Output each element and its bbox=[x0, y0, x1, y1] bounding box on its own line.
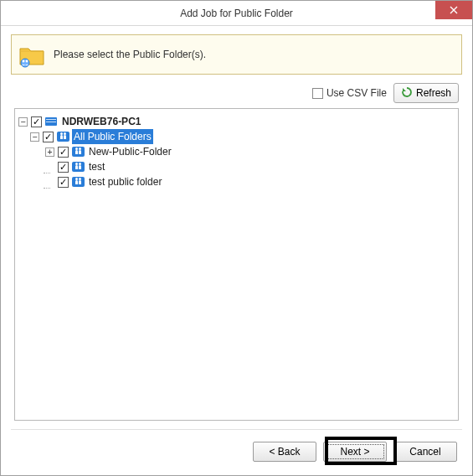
people-icon bbox=[71, 161, 85, 173]
dialog-window: Add Job for Public Folder Please select … bbox=[0, 0, 473, 476]
titlebar: Add Job for Public Folder bbox=[1, 1, 472, 26]
checkbox[interactable] bbox=[31, 116, 42, 127]
dialog-content: Please select the Public Folder(s). Use … bbox=[1, 26, 472, 429]
expand-icon[interactable]: + bbox=[45, 147, 54, 157]
wizard-buttons: < Back Next > Cancel bbox=[1, 430, 472, 475]
refresh-button[interactable]: Refresh bbox=[393, 83, 459, 103]
svg-point-1 bbox=[23, 60, 25, 63]
next-button[interactable]: Next > bbox=[323, 442, 387, 462]
tree-node-child[interactable]: test public folder bbox=[18, 174, 455, 189]
people-icon bbox=[71, 176, 85, 188]
people-icon bbox=[56, 131, 69, 142]
tree-node-child[interactable]: + New-Public-Folder bbox=[18, 144, 455, 159]
server-icon bbox=[44, 116, 58, 127]
checkbox[interactable] bbox=[58, 162, 69, 173]
checkbox[interactable] bbox=[58, 147, 69, 158]
people-icon bbox=[71, 146, 85, 158]
tree-connector bbox=[45, 163, 54, 172]
use-csv-checkbox[interactable]: Use CSV File bbox=[312, 87, 387, 99]
collapse-icon[interactable]: − bbox=[18, 117, 28, 127]
window-title: Add Job for Public Folder bbox=[1, 8, 472, 19]
checkbox[interactable] bbox=[43, 132, 54, 142]
checkbox[interactable] bbox=[58, 177, 69, 188]
prompt-text: Please select the Public Folder(s). bbox=[54, 49, 206, 60]
tree-node-all-public[interactable]: − All Public Folders bbox=[18, 129, 455, 144]
prompt-panel: Please select the Public Folder(s). bbox=[11, 34, 462, 75]
refresh-label: Refresh bbox=[416, 87, 451, 99]
refresh-icon bbox=[401, 86, 413, 101]
collapse-icon[interactable]: − bbox=[30, 132, 39, 142]
toolbar: Use CSV File Refresh bbox=[11, 83, 459, 103]
use-csv-label: Use CSV File bbox=[326, 87, 387, 99]
checkbox-icon bbox=[312, 88, 323, 99]
tree-node-label: test public folder bbox=[87, 174, 163, 189]
tree-node-root[interactable]: − NDRWEB76-PC1 bbox=[18, 114, 455, 129]
tree-node-child[interactable]: test bbox=[18, 159, 455, 174]
public-folder-icon bbox=[18, 41, 45, 68]
svg-point-2 bbox=[26, 60, 28, 63]
tree-node-label: New-Public-Folder bbox=[87, 144, 173, 159]
close-button[interactable] bbox=[435, 1, 472, 19]
tree-node-label: NDRWEB76-PC1 bbox=[60, 114, 142, 129]
back-button[interactable]: < Back bbox=[253, 442, 316, 462]
tree-node-label: All Public Folders bbox=[72, 129, 153, 144]
folder-tree[interactable]: − NDRWEB76-PC1 − All Public Folders + bbox=[14, 108, 459, 421]
cancel-button[interactable]: Cancel bbox=[393, 442, 457, 462]
tree-connector bbox=[45, 178, 54, 187]
tree-node-label: test bbox=[87, 159, 106, 174]
svg-point-0 bbox=[21, 59, 29, 67]
